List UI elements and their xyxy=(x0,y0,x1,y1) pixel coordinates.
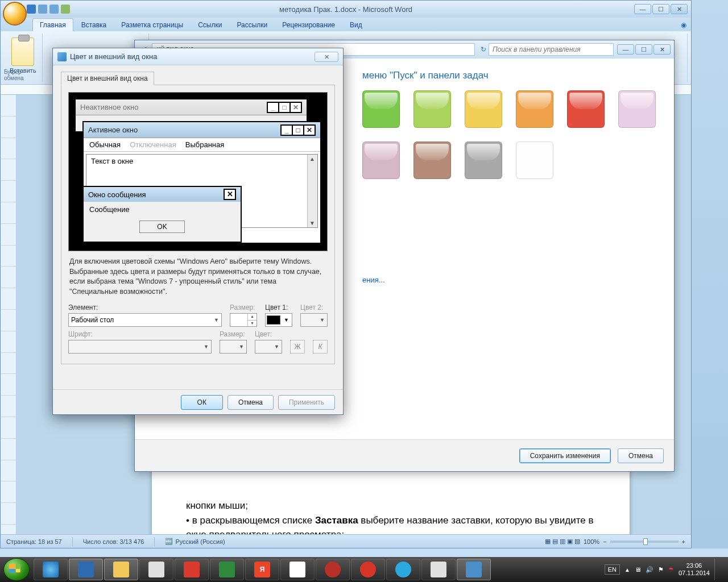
task-browser[interactable] xyxy=(316,559,350,580)
clipboard-group: Вставить Буфер обмена xyxy=(4,34,43,82)
cancel-button[interactable]: Отмена xyxy=(618,448,664,463)
font-size-select: ▼ xyxy=(220,340,247,354)
status-page[interactable]: Страница: 18 из 57 xyxy=(6,538,62,545)
zoom-slider[interactable] xyxy=(610,541,679,543)
tab-view[interactable]: Вид xyxy=(343,19,369,31)
color2-picker: ▼ xyxy=(300,313,328,327)
right-sidebar xyxy=(692,0,728,548)
swatch[interactable] xyxy=(516,90,553,128)
dialog-tabpane: Неактивное окно _□✕ Активное окно _□✕ Об… xyxy=(61,85,335,364)
save-icon[interactable] xyxy=(27,5,36,14)
task-app[interactable] xyxy=(139,559,173,580)
color-appearance-dialog: Цвет и внешний вид окна ✕ Цвет и внешний… xyxy=(52,48,344,415)
window-title: методика Прак. 1.docx - Microsoft Word xyxy=(279,5,412,14)
task-app2[interactable] xyxy=(280,559,315,580)
swatch[interactable] xyxy=(465,90,502,128)
dialog-titlebar[interactable]: Цвет и внешний вид окна ✕ xyxy=(53,48,343,65)
task-reader[interactable] xyxy=(175,559,209,580)
zoom-level[interactable]: 100% xyxy=(584,538,599,545)
cp-close[interactable]: ✕ xyxy=(653,44,671,55)
maximize-button[interactable]: ☐ xyxy=(652,4,669,14)
taskbar: Я EN ▲ 🖥 🔊 ⚑ ☂ 23:0607.11.2014 xyxy=(0,557,728,582)
ribbon-tabs: Главная Вставка Разметка страницы Ссылки… xyxy=(1,18,691,31)
doc-text: кнопки мыши; xyxy=(186,500,248,511)
minimize-button[interactable]: — xyxy=(634,4,651,14)
color-swatches xyxy=(362,90,681,179)
font-color-select: ▼ xyxy=(255,340,282,354)
zoom-in[interactable]: + xyxy=(682,538,685,545)
swatch[interactable] xyxy=(618,90,656,128)
quick-access-toolbar[interactable] xyxy=(27,5,70,14)
save-changes-button[interactable]: Сохранить изменения xyxy=(519,448,611,463)
task-skype[interactable] xyxy=(386,559,420,580)
redo-icon[interactable] xyxy=(49,5,59,14)
tray-volume-icon[interactable]: 🔊 xyxy=(646,566,653,573)
dialog-ok-button[interactable]: ОК xyxy=(181,395,223,410)
preview-area: Неактивное окно _□✕ Активное окно _□✕ Об… xyxy=(68,92,328,251)
refresh-icon[interactable]: ↻ xyxy=(481,45,486,53)
close-button[interactable]: ✕ xyxy=(671,4,688,14)
task-yandex[interactable]: Я xyxy=(245,559,279,580)
tab-review[interactable]: Рецензирование xyxy=(275,19,342,31)
swatch[interactable] xyxy=(567,90,605,128)
tab-home[interactable]: Главная xyxy=(32,18,73,31)
task-explorer[interactable] xyxy=(104,559,138,580)
lang-indicator[interactable]: EN xyxy=(605,564,620,575)
word-titlebar: методика Прак. 1.docx - Microsoft Word —… xyxy=(1,1,691,18)
cp-minimize[interactable]: — xyxy=(617,44,634,55)
clock[interactable]: 23:0607.11.2014 xyxy=(679,562,710,577)
paste-button[interactable] xyxy=(11,38,34,66)
swatch[interactable] xyxy=(362,142,400,179)
cp-link[interactable]: ения... xyxy=(362,276,657,284)
tab-insert[interactable]: Вставка xyxy=(75,19,114,31)
tray-expand-icon[interactable]: ▲ xyxy=(624,567,630,573)
show-desktop-button[interactable] xyxy=(714,559,720,580)
status-words[interactable]: Число слов: 3/13 476 xyxy=(83,538,144,545)
dialog-body: Цвет и внешний вид окна Неактивное окно … xyxy=(53,65,343,372)
dialog-title: Цвет и внешний вид окна xyxy=(70,52,157,61)
tray-flag-icon[interactable]: ⚑ xyxy=(658,566,664,573)
task-cp[interactable] xyxy=(457,559,491,580)
zoom-out[interactable]: − xyxy=(603,538,606,545)
preview-message-window: Окно сообщения✕ Сообщение OK xyxy=(82,186,242,243)
dialog-close-button[interactable]: ✕ xyxy=(315,52,338,62)
tab-mailings[interactable]: Рассылки xyxy=(230,19,274,31)
tray-icon[interactable]: 🖥 xyxy=(635,566,641,573)
status-bar: Страница: 18 из 57 Число слов: 3/13 476 … xyxy=(1,534,691,548)
undo-icon[interactable] xyxy=(38,5,47,14)
status-lang[interactable]: 🔤 Русский (Россия) xyxy=(165,538,225,545)
swatch[interactable] xyxy=(362,90,400,128)
tab-layout[interactable]: Разметка страницы xyxy=(114,19,190,31)
view-buttons[interactable]: ▦ ▤ ▥ ▣ ▧ xyxy=(545,538,580,545)
element-select[interactable]: Рабочий стол▼ xyxy=(68,313,222,327)
task-excel[interactable] xyxy=(210,559,244,580)
system-tray: EN ▲ 🖥 🔊 ⚑ ☂ 23:0607.11.2014 xyxy=(605,559,725,580)
vertical-ruler[interactable] xyxy=(1,95,16,534)
print-icon[interactable] xyxy=(61,5,70,14)
cp-maximize[interactable]: ☐ xyxy=(635,44,652,55)
task-app3[interactable] xyxy=(421,559,456,580)
task-opera[interactable] xyxy=(351,559,385,580)
help-icon[interactable]: ◉ xyxy=(676,19,691,31)
clipboard-label: Буфер обмена xyxy=(4,69,42,81)
tray-av-icon[interactable]: ☂ xyxy=(668,566,674,573)
swatch[interactable] xyxy=(413,90,451,128)
search-input[interactable] xyxy=(489,43,614,56)
color1-picker[interactable]: ▼ xyxy=(265,313,292,327)
swatch[interactable] xyxy=(516,142,553,179)
task-ie[interactable] xyxy=(34,559,68,580)
task-word[interactable] xyxy=(69,559,103,580)
dialog-cancel-button[interactable]: Отмена xyxy=(228,395,274,410)
tab-references[interactable]: Ссылки xyxy=(191,19,229,31)
cp-heading: меню "Пуск" и панели задач xyxy=(362,70,657,81)
office-button[interactable] xyxy=(3,2,27,26)
swatch[interactable] xyxy=(413,142,451,179)
preview-ok-button: OK xyxy=(139,221,185,233)
dialog-apply-button: Применить xyxy=(278,395,335,410)
size-spinner[interactable]: ▲▼ xyxy=(230,313,257,327)
start-button[interactable] xyxy=(3,558,30,581)
dialog-tab[interactable]: Цвет и внешний вид окна xyxy=(61,72,154,85)
dialog-icon xyxy=(57,52,67,61)
swatch[interactable] xyxy=(465,142,502,179)
font-select: ▼ xyxy=(68,340,212,354)
